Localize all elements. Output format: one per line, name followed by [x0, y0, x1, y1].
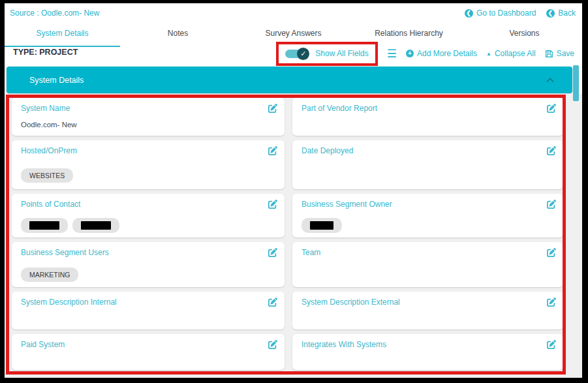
edit-pen-square-icon[interactable] [268, 200, 277, 209]
triangle-up-icon: ▲ [486, 51, 491, 57]
edit-pen-square-icon[interactable] [547, 104, 556, 113]
field-card-system-description-internal: System Description Internal [12, 292, 285, 329]
edit-pen-square-icon[interactable] [547, 298, 556, 307]
redaction-bar [310, 221, 333, 230]
collapse-all-button[interactable]: ▲ Collapse All [486, 49, 536, 58]
add-more-details-label: Add More Details [417, 49, 477, 58]
redacted-chip [72, 218, 119, 233]
go-to-dashboard-link[interactable]: ❮ Go to Dashboard [465, 8, 536, 18]
edit-pen-square-icon[interactable] [268, 298, 277, 307]
field-label: Team [302, 248, 554, 257]
field-card-system-name: System Name Oodle.com- New [12, 98, 285, 136]
section-header-system-details[interactable]: System Details [7, 67, 572, 93]
section-title: System Details [7, 76, 84, 85]
edit-pen-square-icon[interactable] [268, 146, 277, 155]
show-all-fields-toggle[interactable]: ✓ [285, 50, 307, 58]
field-label: System Name [21, 104, 275, 113]
checkmark-icon: ✓ [297, 48, 309, 60]
field-label: Date Deployed [302, 146, 554, 155]
field-value: Oodle.com- New [21, 121, 275, 129]
field-label: System Description External [302, 298, 554, 307]
field-card-system-description-external: System Description External [292, 292, 563, 329]
field-card-hosted-onprem: Hosted/OnPrem WEBSITES [12, 140, 285, 189]
field-card-points-of-contact: Points of Contact [12, 194, 285, 237]
back-circle-icon: ❮ [546, 9, 555, 18]
screenshot-frame: Source : Oodle.com- New ❮ Go to Dashboar… [0, 0, 588, 383]
collapse-all-label: Collapse All [495, 49, 536, 58]
type-label: TYPE: PROJECT [13, 48, 78, 57]
tab-notes[interactable]: Notes [120, 25, 236, 47]
back-link[interactable]: ❮ Back [546, 8, 576, 18]
field-label: Business Segment Users [21, 248, 275, 257]
fields-grid: System Name Oodle.com- New Part of Vendo… [12, 98, 563, 370]
redaction-bar [81, 221, 111, 230]
hamburger-icon[interactable]: ☰ [387, 48, 397, 59]
field-label: System Description Internal [21, 298, 275, 307]
edit-pen-square-icon[interactable] [547, 200, 556, 209]
redacted-chip [302, 218, 342, 233]
value-chip: MARKETING [21, 268, 78, 282]
field-label: Hosted/OnPrem [21, 146, 275, 155]
field-card-date-deployed: Date Deployed [292, 140, 563, 189]
back-label: Back [558, 8, 576, 18]
field-label: Part of Vendor Report [302, 104, 554, 113]
field-label: Integrates With Systems [302, 340, 554, 349]
field-card-business-segment-users: Business Segment Users MARKETING [12, 242, 285, 287]
field-card-integrates-with-systems: Integrates With Systems [292, 334, 563, 370]
tab-system-details[interactable]: System Details [5, 25, 120, 47]
top-nav: ❮ Go to Dashboard ❮ Back [465, 8, 576, 18]
field-label: Points of Contact [21, 200, 275, 209]
field-label: Paid System [21, 340, 275, 349]
redaction-bar [29, 221, 59, 230]
edit-pen-square-icon[interactable] [268, 248, 277, 257]
back-circle-icon: ❮ [465, 9, 473, 18]
annotation-highlight-toggle: ✓ Show All Fields [276, 42, 377, 66]
edit-pen-square-icon[interactable] [268, 104, 277, 113]
save-label: Save [557, 49, 574, 58]
toolbar: ✓ Show All Fields ☰ + Add More Details ▲… [276, 42, 574, 65]
chevron-up-icon[interactable] [546, 78, 554, 83]
edit-pen-square-icon[interactable] [547, 146, 556, 155]
source-link[interactable]: Source : Oodle.com- New [10, 8, 99, 18]
go-to-dashboard-label: Go to Dashboard [476, 8, 536, 18]
redacted-chip [21, 218, 68, 233]
save-button[interactable]: Save [545, 49, 574, 58]
scrollbar-thumb[interactable] [573, 65, 579, 101]
field-card-part-of-vendor-report: Part of Vendor Report [292, 98, 563, 136]
edit-pen-square-icon[interactable] [547, 340, 556, 349]
field-card-business-segment-owner: Business Segment Owner [292, 194, 563, 237]
add-more-details-button[interactable]: + Add More Details [406, 49, 477, 58]
field-card-team: Team [292, 242, 563, 287]
value-chip: WEBSITES [21, 168, 73, 183]
edit-pen-square-icon[interactable] [547, 248, 556, 257]
app-page: Source : Oodle.com- New ❮ Go to Dashboar… [5, 3, 582, 378]
show-all-fields-label: Show All Fields [315, 49, 368, 58]
field-card-paid-system: Paid System [12, 334, 285, 370]
plus-circle-icon: + [406, 50, 414, 57]
floppy-save-icon [545, 50, 553, 58]
edit-pen-square-icon[interactable] [268, 340, 277, 349]
field-label: Business Segment Owner [302, 200, 554, 209]
